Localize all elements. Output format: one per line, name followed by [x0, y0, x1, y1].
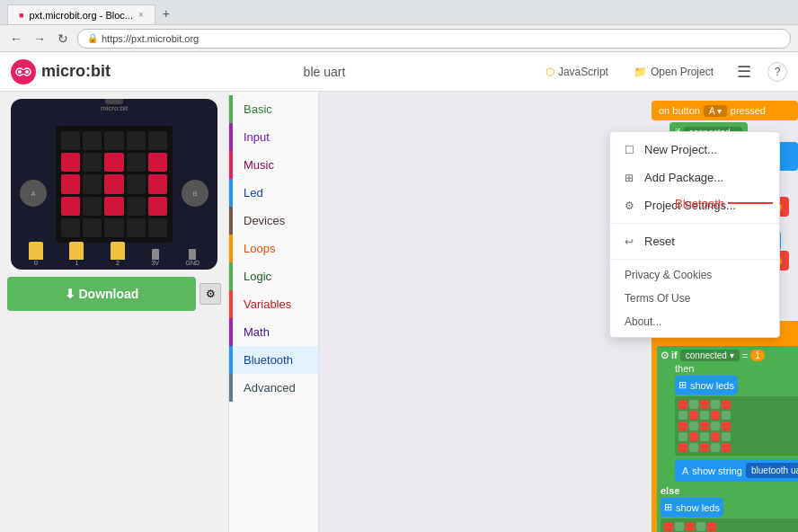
browser-tabs: ■ pxt.microbit.org - Bloc... × +: [7, 0, 177, 24]
led-1-4: [148, 153, 167, 172]
microbit-screen: [56, 126, 173, 243]
new-project-label: New Project...: [644, 143, 717, 156]
menu-reset[interactable]: ↩ Reset: [610, 227, 779, 255]
sidebar-item-input[interactable]: Input: [229, 123, 318, 151]
bt-read-block[interactable]: bluetooth uart read until new line ▾: [746, 463, 798, 478]
url-text: https://pxt.microbit.org: [102, 33, 199, 44]
bluetooth-label: Bluetooth: [244, 353, 293, 367]
show-string-block[interactable]: A show string bluetooth uart read until …: [675, 459, 798, 482]
pin-3v-label: 3V: [151, 260, 159, 266]
then-section: then ⊞ show leds: [675, 363, 798, 482]
button-a-dropdown[interactable]: A ▾: [704, 105, 727, 117]
led-3-1: [83, 197, 102, 216]
if-value-1: 1: [750, 350, 765, 361]
pin-gnd-label: GND: [185, 260, 200, 266]
refresh-button[interactable]: ↻: [54, 31, 72, 46]
led-4-0: [61, 218, 80, 237]
led-0-0: [61, 131, 80, 150]
annotation-line: [728, 202, 773, 204]
back-button[interactable]: ←: [7, 31, 25, 46]
menu-add-package[interactable]: ⊞ Add Package...: [610, 164, 779, 191]
then-label: then: [675, 363, 798, 374]
show-leds-else[interactable]: ⊞ show leds: [661, 498, 723, 517]
sidebar-item-math[interactable]: Math: [229, 318, 318, 346]
menu-divider-2: [610, 259, 779, 260]
led-0-1: [83, 131, 102, 150]
show-string-icon: A: [682, 466, 688, 476]
open-project-label: Open Project: [651, 66, 714, 78]
sidebar-item-loops[interactable]: Loops: [229, 235, 318, 262]
button-a[interactable]: A: [20, 180, 47, 207]
javascript-label: JavaScript: [558, 66, 608, 78]
annotation-text: Bluetooth: [675, 197, 724, 210]
download-button[interactable]: ⬇ Download: [7, 277, 196, 311]
add-package-icon: ⊞: [625, 172, 637, 184]
show-string-label: show string: [692, 466, 742, 476]
devices-label: Devices: [244, 214, 285, 227]
grid-icon: ⊞: [678, 379, 687, 391]
app-header: micro:bit ble uart ⬡ JavaScript 📁 Open P…: [0, 52, 798, 92]
new-tab-btn[interactable]: +: [155, 3, 177, 24]
input-label: Input: [244, 130, 270, 144]
terms-label: Terms Of Use: [625, 292, 690, 305]
led-4-3: [127, 218, 146, 237]
sidebar-item-devices[interactable]: Devices: [229, 207, 318, 235]
bt-read-label: bluetooth uart read until: [751, 466, 798, 475]
show-leds-label-1: show leds: [690, 380, 734, 391]
code-canvas[interactable]: on button A ▾ pressed if connected ▾ blu…: [319, 92, 798, 532]
svg-point-3: [18, 70, 22, 74]
led-0-2: [104, 131, 123, 150]
math-label: Math: [244, 325, 270, 339]
sidebar-item-logic[interactable]: Logic: [229, 262, 318, 290]
forward-button[interactable]: →: [31, 31, 49, 46]
simulator-panel: micro:bit: [0, 92, 229, 532]
active-tab[interactable]: ■ pxt.microbit.org - Bloc... ×: [7, 4, 155, 24]
sidebar-item-basic[interactable]: Basic: [229, 95, 318, 123]
led-0-4: [148, 131, 167, 150]
if-row: ⊙ if connected ▾ = 1: [661, 350, 798, 361]
led-1-0: [61, 153, 80, 172]
browser-tab-bar: ■ pxt.microbit.org - Bloc... × +: [0, 0, 798, 25]
annotation-arrow: →: [776, 196, 789, 210]
menu-privacy[interactable]: Privacy & Cookies: [610, 263, 779, 287]
led-3-2: [104, 197, 123, 216]
led-1-3: [127, 153, 146, 172]
sidebar-item-music[interactable]: Music: [229, 151, 318, 179]
sidebar-item-variables[interactable]: Variables: [229, 290, 318, 318]
button-b[interactable]: B: [182, 180, 208, 207]
microbit-display: micro:bit: [11, 99, 217, 270]
lock-icon: 🔒: [87, 33, 98, 43]
show-leds-then[interactable]: ⊞ show leds: [675, 376, 738, 395]
music-label: Music: [244, 158, 274, 172]
equals-label: =: [742, 350, 748, 361]
menu-new-project[interactable]: ☐ New Project...: [610, 136, 779, 164]
menu-terms[interactable]: Terms Of Use: [610, 287, 779, 310]
logo-text: micro:bit: [41, 62, 111, 81]
led-3-4: [148, 197, 167, 216]
menu-btn[interactable]: ☰: [732, 60, 757, 84]
led-0-3: [127, 131, 146, 150]
sidebar-item-advanced[interactable]: Advanced: [229, 374, 318, 402]
reset-label: Reset: [644, 235, 675, 248]
menu-about[interactable]: About...: [610, 310, 779, 333]
help-btn[interactable]: ?: [767, 62, 787, 82]
logo-icon: [11, 59, 36, 84]
dropdown-menu: ☐ New Project... ⊞ Add Package... ⚙ Proj…: [609, 131, 780, 338]
logic-label: Logic: [244, 270, 271, 283]
else-label: else: [661, 485, 798, 496]
gear-icon: ⚙: [206, 288, 216, 300]
tab-close-btn[interactable]: ×: [138, 10, 144, 20]
led-4-1: [83, 218, 102, 237]
project-name[interactable]: ble uart: [125, 65, 524, 79]
address-bar[interactable]: 🔒 https://pxt.microbit.org: [77, 29, 791, 49]
if-connected-var[interactable]: connected ▾: [680, 350, 740, 361]
javascript-btn[interactable]: ⬡ JavaScript: [538, 62, 616, 82]
sidebar-item-led[interactable]: Led: [229, 179, 318, 207]
sidebar-item-bluetooth[interactable]: Bluetooth: [229, 346, 318, 374]
open-project-btn[interactable]: 📁 Open Project: [626, 62, 721, 82]
on-button-block[interactable]: on button A ▾ pressed: [652, 101, 798, 120]
led-grid-then: [675, 396, 798, 456]
else-section: else ⊞ show leds: [661, 485, 798, 532]
download-settings-btn[interactable]: ⚙: [200, 283, 221, 305]
led-4-2: [104, 218, 123, 237]
